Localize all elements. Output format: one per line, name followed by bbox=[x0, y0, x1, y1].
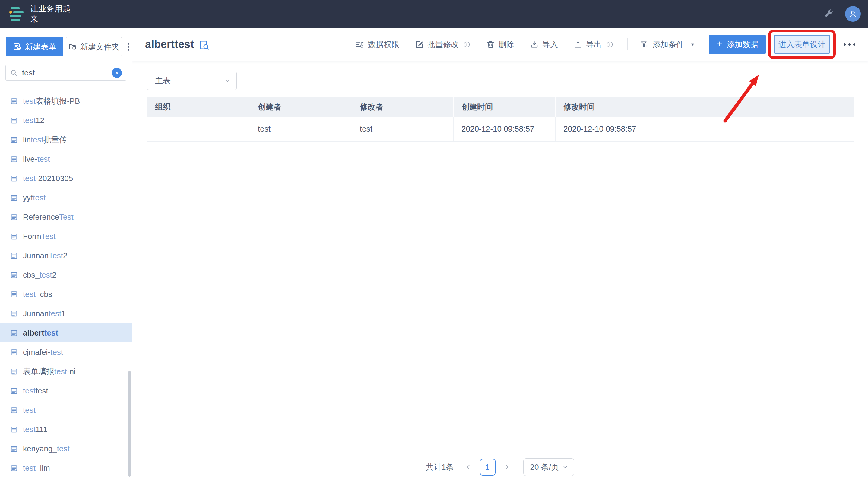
table-row[interactable]: testtest2020-12-10 09:58:572020-12-10 09… bbox=[147, 117, 854, 141]
table-header-cell: 创建者 bbox=[250, 97, 352, 117]
form-icon bbox=[10, 368, 18, 375]
sidebar-item-label: test bbox=[23, 406, 36, 415]
sidebar-item-cbs_test2[interactable]: cbs_test2 bbox=[0, 265, 132, 284]
delete-button[interactable]: 删除 bbox=[486, 39, 514, 50]
info-icon[interactable] bbox=[606, 41, 614, 48]
sidebar-item-JunnanTest2[interactable]: JunnanTest2 bbox=[0, 246, 132, 265]
preview-form-icon[interactable] bbox=[199, 40, 209, 50]
add-data-label: 添加数据 bbox=[727, 39, 758, 50]
sidebar-item-Junnantest1[interactable]: Junnantest1 bbox=[0, 304, 132, 323]
data-permission-button[interactable]: 数据权限 bbox=[356, 39, 399, 50]
prev-page-icon[interactable] bbox=[465, 464, 472, 471]
sidebar-item-label: test-20210305 bbox=[23, 174, 73, 183]
more-options-icon[interactable] bbox=[843, 41, 856, 48]
export-button[interactable]: 导出 bbox=[574, 39, 614, 50]
sidebar-item-live-test[interactable]: live-test bbox=[0, 149, 132, 169]
data-permission-label: 数据权限 bbox=[368, 39, 399, 50]
form-design-button[interactable]: 进入表单设计 bbox=[774, 35, 830, 54]
toolbar: 数据权限批量修改删除导入导出 添加条件 + 添加数据 进入表单设计 bbox=[356, 30, 856, 59]
next-page-icon[interactable] bbox=[503, 464, 511, 471]
sidebar-item-testtest[interactable]: testtest bbox=[0, 381, 132, 400]
sidebar-item-label: test_cbs bbox=[23, 290, 52, 299]
new-form-icon bbox=[13, 43, 21, 51]
edit-square-icon bbox=[415, 40, 424, 49]
table-header-cell bbox=[659, 97, 854, 117]
search-icon bbox=[10, 69, 18, 77]
sidebar-item-label: ReferenceTest bbox=[23, 212, 73, 222]
sidebar-item-kenyang_test[interactable]: kenyang_test bbox=[0, 439, 132, 458]
annotation-red-box: 进入表单设计 bbox=[768, 30, 836, 59]
new-folder-button[interactable]: 新建文件夹 bbox=[66, 37, 122, 57]
import-button[interactable]: 导入 bbox=[530, 39, 558, 50]
export-label: 导出 bbox=[586, 39, 602, 50]
table-selector[interactable]: 主表 bbox=[147, 71, 237, 90]
table-selector-value: 主表 bbox=[155, 76, 171, 86]
topbar-right bbox=[823, 6, 861, 22]
table-cell: test bbox=[352, 117, 453, 141]
form-icon bbox=[10, 310, 18, 317]
page-size-value: 20 条/页 bbox=[530, 462, 559, 472]
sidebar-item-lintest[interactable]: lintest批量传 bbox=[0, 130, 132, 149]
form-icon bbox=[10, 464, 18, 472]
sidebar-item-label: lintest批量传 bbox=[23, 134, 67, 145]
import-label: 导入 bbox=[542, 39, 558, 50]
sidebar-scrollbar[interactable] bbox=[128, 371, 131, 477]
table-cell: 2020-12-10 09:58:57 bbox=[453, 117, 556, 141]
sidebar-item-test12[interactable]: test12 bbox=[0, 111, 132, 130]
form-list: test表格填报-PBtest12lintest批量传live-testtest… bbox=[0, 91, 132, 478]
form-icon bbox=[10, 194, 18, 201]
sidebar-item-label: live-test bbox=[23, 154, 50, 164]
trash-icon bbox=[486, 40, 495, 49]
app-title: 让业务用起来 bbox=[30, 4, 72, 24]
sidebar-item-ReferenceTest[interactable]: ReferenceTest bbox=[0, 207, 132, 227]
add-data-button[interactable]: + 添加数据 bbox=[709, 35, 766, 54]
form-icon bbox=[10, 252, 18, 259]
info-icon[interactable] bbox=[463, 41, 470, 48]
form-icon bbox=[10, 233, 18, 240]
sidebar-item-label: cbs_test2 bbox=[23, 270, 57, 280]
sidebar-item-test111[interactable]: test111 bbox=[0, 420, 132, 439]
import-icon bbox=[530, 40, 539, 49]
form-icon bbox=[10, 117, 18, 124]
table-header-cell: 组织 bbox=[147, 97, 250, 117]
sidebar-item-yyftest[interactable]: yyftest bbox=[0, 188, 132, 207]
new-folder-label: 新建文件夹 bbox=[80, 42, 119, 52]
user-avatar[interactable] bbox=[845, 6, 861, 22]
settings-wrench-icon[interactable] bbox=[823, 9, 833, 19]
sidebar-item-test-20210305[interactable]: test-20210305 bbox=[0, 169, 132, 188]
clear-search-icon[interactable] bbox=[112, 68, 122, 78]
sidebar-item-label: alberttest bbox=[23, 328, 58, 338]
sidebar-item-alberttest[interactable]: alberttest bbox=[0, 323, 132, 342]
sidebar-item-FormTest[interactable]: FormTest bbox=[0, 227, 132, 246]
add-filter-button[interactable]: 添加条件 bbox=[640, 39, 695, 50]
new-form-label: 新建表单 bbox=[25, 42, 57, 52]
page-size-select[interactable]: 20 条/页 bbox=[523, 458, 574, 476]
sidebar-item-test[interactable]: test bbox=[0, 400, 132, 420]
new-form-button[interactable]: 新建表单 bbox=[6, 37, 63, 57]
sidebar-item-label: test111 bbox=[23, 425, 47, 434]
form-icon bbox=[10, 98, 18, 105]
sidebar-item-cjmafei-test[interactable]: cjmafei-test bbox=[0, 342, 132, 362]
sidebar-more-icon[interactable] bbox=[126, 41, 131, 52]
form-icon bbox=[10, 155, 18, 163]
form-icon bbox=[10, 445, 18, 453]
app-logo-icon[interactable] bbox=[9, 7, 24, 21]
batch-edit-button[interactable]: 批量修改 bbox=[415, 39, 470, 50]
sidebar-item-test-PB[interactable]: test表格填报-PB bbox=[0, 91, 132, 111]
current-page[interactable]: 1 bbox=[480, 458, 495, 475]
sidebar-item-label: test_llm bbox=[23, 464, 50, 473]
caret-down-icon bbox=[690, 42, 695, 47]
sidebar-item-test_llm[interactable]: test_llm bbox=[0, 458, 132, 478]
table-header-cell: 修改时间 bbox=[556, 97, 659, 117]
total-count: 共计1条 bbox=[426, 462, 453, 472]
sidebar-item-test_cbs[interactable]: test_cbs bbox=[0, 284, 132, 304]
form-icon bbox=[10, 175, 18, 182]
sidebar-item-test-ni[interactable]: 表单填报test-ni bbox=[0, 362, 132, 381]
form-icon bbox=[10, 426, 18, 433]
search-box[interactable]: test bbox=[5, 65, 126, 81]
form-icon bbox=[10, 387, 18, 395]
toolbar-actions: 数据权限批量修改删除导入导出 bbox=[356, 39, 614, 50]
main-panel: alberttest 数据权限批量修改删除导入导出 添加条件 + 添加数据 bbox=[132, 28, 868, 493]
table-cell: test bbox=[250, 117, 352, 141]
search-input[interactable]: test bbox=[22, 68, 35, 78]
